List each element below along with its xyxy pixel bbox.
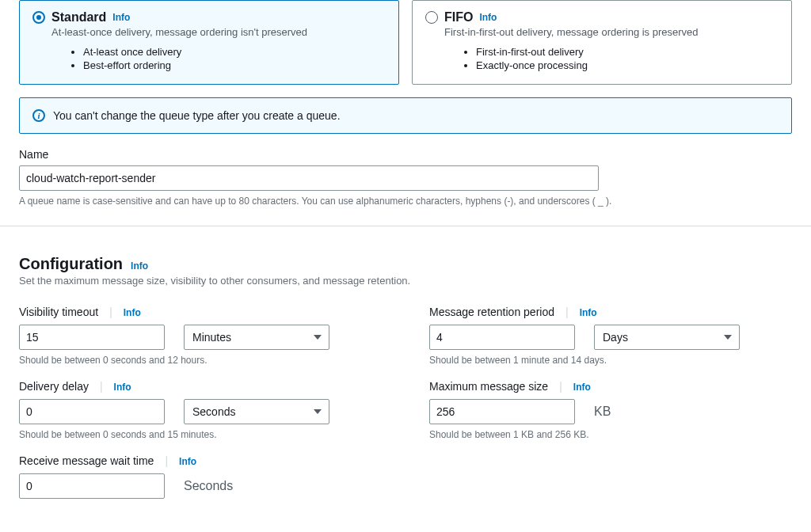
visibility-input[interactable] xyxy=(19,325,165,350)
alert-text: You can't change the queue type after yo… xyxy=(53,109,341,122)
maxsize-unit: KB xyxy=(594,405,611,419)
config-col-left: Visibility timeout | Info Minutes Should… xyxy=(19,306,382,513)
delay-input[interactable] xyxy=(19,399,165,424)
waittime-info-link[interactable]: Info xyxy=(179,456,196,467)
config-info-link[interactable]: Info xyxy=(131,260,148,272)
standard-info-link[interactable]: Info xyxy=(112,12,130,23)
visibility-input-row: Minutes xyxy=(19,325,382,350)
waittime-input[interactable] xyxy=(19,473,165,499)
retention-label-row: Message retention period | Info xyxy=(429,306,792,318)
config-col-right: Message retention period | Info Days Sho… xyxy=(429,306,792,513)
standard-bullet-1: At-least once delivery xyxy=(83,46,386,58)
retention-unit-select[interactable]: Days xyxy=(594,325,740,350)
queue-type-card-standard[interactable]: Standard Info At-least-once delivery, me… xyxy=(19,0,399,85)
delay-label-row: Delivery delay | Info xyxy=(19,380,382,393)
delay-unit-wrap: Seconds xyxy=(184,399,329,424)
standard-header: Standard Info xyxy=(32,10,386,25)
config-title: Configuration xyxy=(19,255,123,273)
delay-unit-select[interactable]: Seconds xyxy=(184,399,329,424)
maxsize-input-row: KB xyxy=(429,399,792,424)
receive-wait-time-field: Receive message wait time | Info Seconds xyxy=(19,454,382,499)
waittime-label-row: Receive message wait time | Info xyxy=(19,454,382,467)
standard-title: Standard xyxy=(51,10,106,25)
fifo-bullet-1: First-in-first-out delivery xyxy=(476,46,779,58)
standard-bullets: At-least once delivery Best-effort order… xyxy=(83,46,386,71)
name-helper: A queue name is case-sensitive and can h… xyxy=(19,196,792,207)
queue-type-section: Standard Info At-least-once delivery, me… xyxy=(0,0,811,207)
visibility-info-link[interactable]: Info xyxy=(124,307,141,318)
maxsize-info-link[interactable]: Info xyxy=(573,382,591,393)
delay-helper: Should be between 0 seconds and 15 minut… xyxy=(19,429,382,440)
name-label: Name xyxy=(19,148,792,161)
retention-input-row: Days xyxy=(429,325,792,350)
maxsize-label-row: Maximum message size | Info xyxy=(429,380,792,393)
fifo-bullet-2: Exactly-once processing xyxy=(476,59,779,71)
fifo-header: FIFO Info xyxy=(425,10,779,25)
retention-unit-wrap: Days xyxy=(594,325,740,350)
fifo-title: FIFO xyxy=(444,10,473,25)
config-grid: Visibility timeout | Info Minutes Should… xyxy=(19,306,792,513)
delay-input-row: Seconds xyxy=(19,399,382,424)
visibility-label: Visibility timeout xyxy=(19,306,98,318)
waittime-label: Receive message wait time xyxy=(19,454,154,467)
visibility-timeout-field: Visibility timeout | Info Minutes Should… xyxy=(19,306,382,366)
visibility-unit-wrap: Minutes xyxy=(184,325,329,350)
fifo-bullets: First-in-first-out delivery Exactly-once… xyxy=(476,46,779,71)
config-header: Configuration Info Set the maximum messa… xyxy=(19,245,792,287)
queue-type-row: Standard Info At-least-once delivery, me… xyxy=(19,0,792,85)
delay-info-link[interactable]: Info xyxy=(114,382,131,393)
maxsize-label: Maximum message size xyxy=(429,380,548,393)
configuration-section: Configuration Info Set the maximum messa… xyxy=(0,226,811,532)
retention-helper: Should be between 1 minute and 14 days. xyxy=(429,355,792,366)
pipe: | xyxy=(559,380,562,393)
standard-desc: At-least-once delivery, message ordering… xyxy=(51,26,386,38)
visibility-unit-select[interactable]: Minutes xyxy=(184,325,329,350)
pipe: | xyxy=(100,380,103,393)
standard-bullet-2: Best-effort ordering xyxy=(83,59,386,71)
visibility-helper: Should be between 0 seconds and 12 hours… xyxy=(19,355,382,366)
radio-standard[interactable] xyxy=(32,11,45,24)
pipe: | xyxy=(565,306,569,318)
queue-type-card-fifo[interactable]: FIFO Info First-in-first-out delivery, m… xyxy=(412,0,792,85)
config-title-row: Configuration Info xyxy=(19,255,792,273)
queue-type-alert: i You can't change the queue type after … xyxy=(19,97,792,134)
waittime-unit: Seconds xyxy=(184,479,233,493)
max-message-size-field: Maximum message size | Info KB Should be… xyxy=(429,380,792,440)
retention-input[interactable] xyxy=(429,325,575,350)
pipe: | xyxy=(165,454,168,467)
retention-info-link[interactable]: Info xyxy=(580,307,597,318)
waittime-input-row: Seconds xyxy=(19,473,382,499)
retention-label: Message retention period xyxy=(429,306,554,318)
visibility-label-row: Visibility timeout | Info xyxy=(19,306,382,318)
maxsize-helper: Should be between 1 KB and 256 KB. xyxy=(429,429,792,440)
fifo-desc: First-in-first-out delivery, message ord… xyxy=(444,26,779,38)
maxsize-input[interactable] xyxy=(429,399,575,424)
radio-fifo[interactable] xyxy=(425,11,438,24)
fifo-info-link[interactable]: Info xyxy=(479,12,497,23)
delivery-delay-field: Delivery delay | Info Seconds Should be … xyxy=(19,380,382,440)
info-icon: i xyxy=(32,109,45,122)
queue-name-input[interactable] xyxy=(19,165,599,191)
retention-period-field: Message retention period | Info Days Sho… xyxy=(429,306,792,366)
pipe: | xyxy=(109,306,112,318)
config-desc: Set the maximum message size, visibility… xyxy=(19,275,792,287)
delay-label: Delivery delay xyxy=(19,380,89,393)
